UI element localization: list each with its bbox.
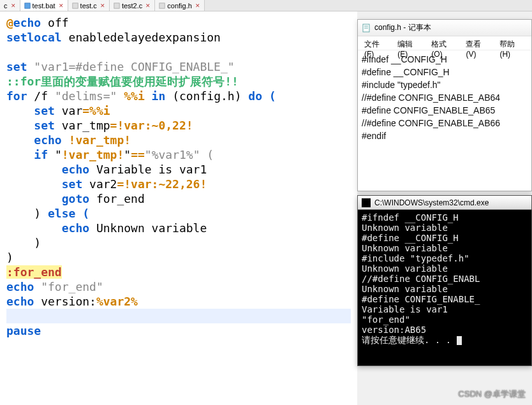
svg-rect-2	[114, 3, 119, 8]
tab-test-bat[interactable]: test.bat✕	[20, 0, 68, 11]
notepad-titlebar[interactable]: config.h - 记事本	[358, 20, 531, 36]
file-icon	[114, 3, 120, 9]
menu-help[interactable]: 帮助(H)	[496, 38, 529, 48]
tab-config-h[interactable]: config.h✕	[155, 0, 205, 11]
cmd-window: C:\WINDOWS\system32\cmd.exe #ifndef __CO…	[357, 195, 532, 366]
file-icon	[24, 3, 31, 9]
tab-bar: c✕ test.bat✕ test.c✕ test2.c✕ config.h✕	[0, 0, 532, 11]
menu-edit[interactable]: 编辑(E)	[394, 38, 426, 48]
notepad-icon	[362, 24, 371, 33]
code-editor[interactable]: @echo off setlocal enabledelayedexpansio…	[0, 11, 357, 405]
menu-format[interactable]: 格式(O)	[427, 38, 461, 48]
cmd-icon	[362, 198, 371, 207]
menu-file[interactable]: 文件(F)	[360, 38, 392, 48]
close-icon[interactable]: ✕	[59, 3, 64, 9]
notepad-window: config.h - 记事本 文件(F) 编辑(E) 格式(O) 查看(V) 帮…	[357, 19, 532, 191]
close-icon[interactable]: ✕	[195, 3, 200, 9]
svg-rect-0	[24, 3, 29, 8]
file-icon	[159, 3, 165, 9]
tab-c[interactable]: c✕	[0, 0, 20, 11]
watermark: CSDN @卓学课堂	[458, 388, 526, 400]
cmd-title-text: C:\WINDOWS\system32\cmd.exe	[374, 198, 489, 207]
tab-test2-c[interactable]: test2.c✕	[110, 0, 155, 11]
close-icon[interactable]: ✕	[100, 3, 105, 9]
notepad-content[interactable]: #ifndef __CONFIG_H #define __CONFIG_H #i…	[358, 50, 531, 191]
close-icon[interactable]: ✕	[145, 3, 151, 9]
cmd-output[interactable]: #ifndef __CONFIG_H Unknown variable #def…	[358, 210, 531, 365]
cursor-icon	[457, 336, 462, 345]
cmd-titlebar[interactable]: C:\WINDOWS\system32\cmd.exe	[358, 196, 531, 210]
file-icon	[72, 3, 78, 9]
notepad-menubar: 文件(F) 编辑(E) 格式(O) 查看(V) 帮助(H)	[358, 36, 531, 50]
svg-rect-3	[159, 3, 165, 8]
menu-view[interactable]: 查看(V)	[462, 38, 494, 48]
close-icon[interactable]: ✕	[11, 3, 16, 9]
svg-rect-1	[72, 3, 77, 8]
notepad-title: config.h - 记事本	[374, 22, 431, 33]
tab-test-c[interactable]: test.c✕	[68, 0, 110, 11]
